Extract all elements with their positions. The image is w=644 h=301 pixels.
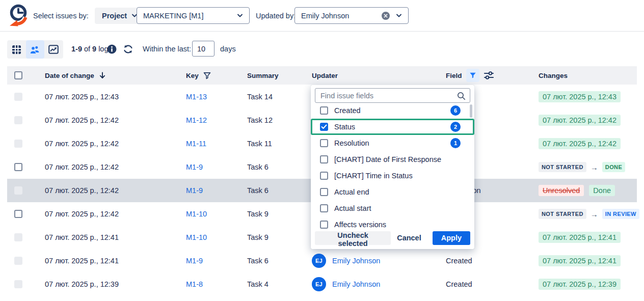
chart-view-button[interactable] (44, 40, 63, 59)
column-changes[interactable]: Changes (539, 72, 568, 79)
row-checkbox (14, 233, 22, 241)
within-days-input[interactable] (192, 41, 214, 57)
row-checkbox[interactable] (14, 210, 22, 218)
table-view-button[interactable] (7, 40, 26, 59)
count-badge: 2 (450, 122, 461, 132)
checkbox[interactable] (320, 188, 328, 196)
status-to-badge: DONE (602, 162, 625, 172)
popup-scrollbar[interactable] (470, 104, 472, 118)
topbar: Select issues by: Project MARKETING [M1]… (0, 0, 644, 32)
column-field[interactable]: Field (446, 72, 462, 79)
status-to-badge: IN REVIEW (602, 209, 639, 219)
change-arrow-icon: → (591, 163, 598, 172)
checkbox[interactable] (320, 139, 328, 147)
field-search-input[interactable] (315, 89, 470, 102)
people-view-button[interactable] (26, 40, 45, 59)
row-checkbox (14, 257, 22, 265)
date-of-change: 07 лют. 2025 р., 12:42 (45, 155, 119, 179)
field-option-created[interactable]: Created 6 (311, 102, 474, 119)
checkbox[interactable] (320, 221, 328, 229)
checkbox[interactable] (320, 106, 328, 115)
select-by-dropdown[interactable]: Project (95, 8, 143, 24)
field-option-chart-date-first-response[interactable]: [CHART] Date of First Response (311, 151, 474, 168)
select-all-checkbox[interactable] (14, 71, 22, 79)
field-option-status[interactable]: Status 2 (311, 119, 474, 135)
updater-link[interactable]: Emily Johnson (332, 257, 380, 265)
issue-key-link[interactable]: M1-8 (186, 280, 203, 288)
popup-footer: Uncheck selected Cancel Apply (315, 231, 470, 245)
key-filter-icon[interactable] (203, 71, 211, 80)
column-updater[interactable]: Updater (312, 72, 338, 79)
row-checkbox[interactable] (14, 163, 22, 171)
row-checkbox (14, 186, 22, 195)
field-option-chart-time-in-status[interactable]: [CHART] Time in Status (311, 168, 474, 184)
uncheck-selected-button[interactable]: Uncheck selected (315, 231, 391, 245)
field-filter-button[interactable] (466, 69, 479, 82)
field-option-resolution[interactable]: Resolution 1 (311, 135, 474, 151)
resolution-from-pill: Unresolved (539, 185, 584, 196)
field-option-actual-start[interactable]: Actual start (311, 200, 474, 216)
issue-key-link[interactable]: M1-10 (186, 210, 207, 218)
trend-chart-icon (48, 45, 59, 54)
info-icon (107, 44, 117, 54)
date-of-change: 07 лют. 2025 р., 12:41 (45, 226, 119, 249)
row-checkbox (14, 116, 22, 124)
issue-key-link[interactable]: M1-13 (186, 93, 207, 101)
refresh-button[interactable] (123, 44, 133, 54)
row-checkbox (14, 93, 22, 101)
issue-key-link[interactable]: M1-12 (186, 116, 207, 124)
date-of-change: 07 лют. 2025 р., 12:39 (45, 272, 119, 296)
cancel-button[interactable]: Cancel (391, 231, 427, 245)
issue-key-link[interactable]: M1-9 (186, 257, 203, 265)
issue-key-link[interactable]: M1-11 (186, 140, 206, 148)
table-row: 07 лют. 2025 р., 12:41 M1-9 Task 6 EJ Em… (7, 249, 637, 272)
column-key[interactable]: Key (186, 72, 199, 79)
days-label: days (220, 32, 236, 66)
column-summary[interactable]: Summary (247, 72, 279, 79)
app-logo-clock-icon (6, 2, 30, 30)
issue-summary: Task 6 (247, 249, 269, 272)
sort-desc-icon[interactable] (98, 71, 106, 79)
date-of-change: 07 лют. 2025 р., 12:43 (45, 85, 119, 108)
grid-icon (12, 45, 21, 54)
change-value: 07 лют. 2025 р., 12:42 (539, 115, 621, 126)
row-checkbox (14, 140, 22, 148)
clear-icon[interactable] (382, 12, 390, 20)
issue-key-link[interactable]: M1-9 (186, 186, 203, 195)
updated-by-select[interactable]: Emily Johnson (294, 7, 409, 24)
issue-summary: Task 11 (247, 132, 272, 155)
issue-summary: Task 9 (247, 202, 269, 226)
date-of-change: 07 лют. 2025 р., 12:42 (45, 202, 119, 226)
field-search-box (315, 88, 470, 103)
issue-summary: Task 14 (247, 85, 273, 108)
checkbox[interactable] (320, 204, 328, 212)
issue-key-link[interactable]: M1-10 (186, 233, 207, 241)
filter-funnel-icon (469, 71, 477, 79)
change-arrow-icon: → (591, 210, 598, 218)
avatar: EJ (312, 254, 326, 268)
field-filter-list: Created 6 Status 2 Resolution 1 [CHART] … (311, 102, 474, 233)
issue-summary: Task 4 (247, 272, 269, 296)
updated-by-value: Emily Johnson (301, 12, 382, 20)
info-button[interactable] (107, 44, 117, 54)
column-date-of-change[interactable]: Date of change (45, 72, 94, 79)
checkbox[interactable] (320, 155, 328, 163)
change-value: 07 лют. 2025 р., 12:41 (539, 232, 621, 243)
search-icon (457, 92, 466, 100)
checkbox[interactable] (320, 172, 328, 180)
column-settings-icon[interactable] (484, 71, 494, 80)
project-select[interactable]: MARKETING [M1] (137, 7, 250, 24)
field-option-actual-end[interactable]: Actual end (311, 184, 474, 200)
updater-link[interactable]: Emily Johnson (332, 280, 380, 288)
status-from-badge: NOT STARTED (539, 162, 586, 172)
change-value: 07 лют. 2025 р., 12:43 (539, 91, 621, 102)
chevron-down-icon (237, 14, 243, 18)
change-value: 07 лют. 2025 р., 12:41 (539, 255, 621, 266)
date-of-change: 07 лют. 2025 р., 12:42 (45, 108, 119, 132)
field-name: Created (446, 249, 472, 272)
apply-button[interactable]: Apply (433, 231, 470, 245)
checkbox-checked[interactable] (320, 123, 328, 131)
date-of-change: 07 лют. 2025 р., 12:42 (45, 132, 119, 155)
issue-key-link[interactable]: M1-9 (186, 163, 203, 171)
table-row: 07 лют. 2025 р., 12:39 M1-8 Task 4 EJ Em… (7, 272, 637, 296)
